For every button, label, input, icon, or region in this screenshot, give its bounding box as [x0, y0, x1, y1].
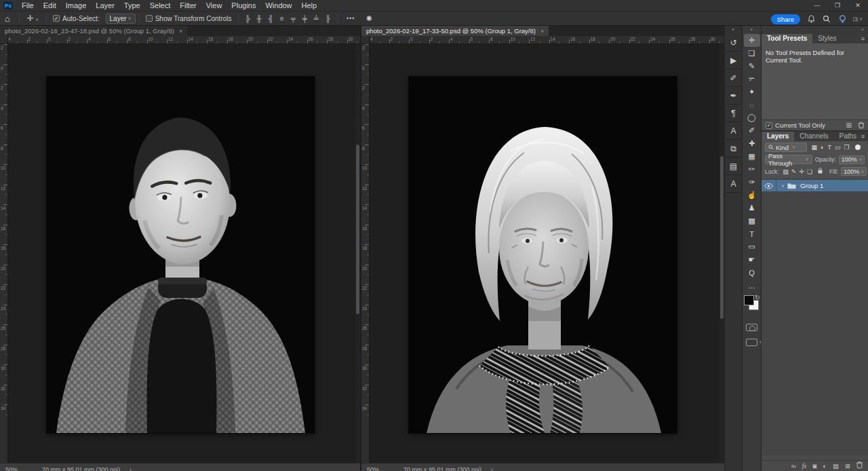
expand-toolbar-icon[interactable]: «: [743, 26, 761, 34]
quick-mask-mode-icon[interactable]: [746, 324, 757, 331]
ruler-origin-corner[interactable]: [361, 36, 370, 44]
filter-shape-layers-icon[interactable]: ▭: [833, 144, 842, 151]
panel-menu-icon[interactable]: ≡: [861, 132, 865, 141]
vertical-scrollbar[interactable]: [355, 44, 360, 463]
eyedropper-tool[interactable]: ✐: [744, 124, 760, 137]
selection-brush-tool[interactable]: ✎: [744, 60, 760, 73]
status-arrow-icon[interactable]: ›: [491, 466, 493, 471]
vertical-ruler[interactable]: 20246810121416182022242628303234: [361, 44, 370, 463]
lasso-tool[interactable]: ◌: [744, 98, 760, 111]
current-tool-only-checkbox[interactable]: ✓: [766, 122, 772, 129]
panel-menu-icon[interactable]: ≡: [861, 34, 865, 43]
document-tab-2[interactable]: photo_2026-02-19_17-33-50.psd @ 50% (Gro…: [361, 26, 549, 36]
tab-styles[interactable]: Styles: [812, 34, 842, 43]
layer-filtering-toggle[interactable]: [855, 145, 861, 150]
auto-select-target-dropdown[interactable]: Layer∨: [106, 14, 136, 24]
new-group-icon[interactable]: ▤: [833, 461, 839, 471]
menu-item[interactable]: Window: [260, 0, 296, 11]
document-canvas-woman[interactable]: [409, 77, 677, 433]
zoom-level-field[interactable]: 50%: [367, 466, 394, 471]
expand-dock-icon[interactable]: «: [725, 26, 742, 34]
menu-item[interactable]: Filter: [175, 0, 201, 11]
menu-item[interactable]: Layer: [91, 0, 119, 11]
filter-adjustment-layers-icon[interactable]: ◐: [819, 144, 826, 151]
filter-pixel-layers-icon[interactable]: ▦: [810, 144, 819, 151]
menu-item[interactable]: Help: [297, 0, 322, 11]
show-transform-controls-checkbox[interactable]: Show Transform Controls: [143, 15, 235, 22]
type-tool[interactable]: T: [744, 227, 760, 240]
layer-mask-icon[interactable]: ◙: [813, 461, 817, 471]
search-icon[interactable]: [822, 14, 831, 24]
layer-visibility-eye-icon[interactable]: [762, 180, 776, 191]
vertical-ruler[interactable]: 20246810121416182022242628303234: [0, 44, 8, 463]
canvas-area[interactable]: 4202468101214161820222426283032 20246810…: [361, 36, 724, 463]
align-distribute-icon[interactable]: ≡: [277, 15, 288, 22]
delete-tool-preset-icon[interactable]: [859, 121, 864, 130]
horizontal-ruler[interactable]: 4202468101214161820222426283032: [0, 36, 360, 44]
tab-channels[interactable]: Channels: [794, 132, 833, 141]
libraries-panel-icon[interactable]: ▤: [726, 157, 742, 175]
zoom-level-field[interactable]: 50%: [5, 466, 33, 471]
align-left-edges-icon[interactable]: ╠: [242, 15, 254, 22]
distribute-top-edges-icon[interactable]: ╤: [288, 15, 299, 22]
minimize-button[interactable]: —: [807, 0, 827, 11]
patch-tool[interactable]: ▦: [744, 150, 760, 163]
lock-image-pixels-icon[interactable]: ✎: [790, 168, 798, 175]
menu-item[interactable]: View: [201, 0, 227, 11]
distribute-bottom-edges-icon[interactable]: ╧: [311, 15, 322, 22]
workspace-gear-icon[interactable]: ✺: [360, 14, 377, 23]
tab-paths[interactable]: Paths: [834, 132, 863, 141]
mixer-brush-tool[interactable]: ✑: [744, 176, 760, 189]
notifications-bell-icon[interactable]: [806, 14, 816, 24]
menu-item[interactable]: Plugins: [226, 0, 260, 11]
expand-group-chevron-icon[interactable]: ›: [782, 183, 784, 189]
delete-layer-icon[interactable]: [856, 461, 863, 471]
rectangle-tool[interactable]: ▭: [744, 240, 760, 253]
menu-item[interactable]: Image: [61, 0, 92, 11]
lock-artboard-icon[interactable]: ❏: [806, 168, 814, 175]
character-panel-icon[interactable]: A: [726, 122, 742, 140]
canvas-area[interactable]: 4202468101214161820222426283032 20246810…: [0, 36, 360, 463]
opacity-value-field[interactable]: 100% ∨: [839, 155, 865, 164]
edit-toolbar[interactable]: …: [744, 279, 760, 292]
distribute-vertical-centers-icon[interactable]: ╪: [299, 15, 311, 22]
object-selection-tool[interactable]: ✦: [744, 86, 760, 98]
zoom-tool[interactable]: Q: [744, 266, 760, 279]
filter-smart-objects-icon[interactable]: ❐: [842, 144, 851, 151]
horizontal-ruler[interactable]: 4202468101214161820222426283032: [361, 36, 724, 44]
close-tab-icon[interactable]: ×: [540, 28, 544, 35]
restore-button[interactable]: ❐: [827, 0, 848, 11]
elliptical-marquee-tool[interactable]: ◯: [744, 111, 760, 124]
home-icon[interactable]: ⌂: [0, 14, 16, 24]
new-layer-icon[interactable]: ⊞: [845, 461, 850, 471]
lock-all-icon[interactable]: [816, 168, 824, 175]
spot-healing-brush-tool[interactable]: ✚: [744, 137, 760, 150]
collapse-panels-icon[interactable]: «: [762, 26, 868, 34]
paragraph-panel-icon[interactable]: ¶: [726, 105, 742, 122]
tab-tool-presets[interactable]: Tool Presets: [762, 34, 812, 43]
document-canvas-man[interactable]: [47, 77, 315, 433]
polygonal-lasso-tool[interactable]: ✃: [744, 73, 760, 86]
foreground-background-swatches[interactable]: [743, 295, 761, 313]
layer-row[interactable]: › Group 1: [762, 180, 868, 191]
scrollbar-thumb[interactable]: [356, 145, 359, 314]
screen-mode-icon[interactable]: [746, 339, 757, 346]
clone-stamp-tool[interactable]: ♟: [744, 202, 760, 214]
ruler-origin-corner[interactable]: [0, 36, 8, 44]
layer-name[interactable]: Group 1: [800, 182, 823, 189]
align-right-edges-icon[interactable]: ╣: [265, 15, 277, 22]
status-arrow-icon[interactable]: ›: [130, 466, 132, 471]
history-panel-icon[interactable]: ↺: [726, 34, 742, 52]
crop-tool[interactable]: ❑: [744, 47, 760, 60]
move-tool[interactable]: ✛: [744, 34, 760, 47]
smudge-tool[interactable]: ☝: [744, 189, 760, 202]
character-styles-panel-icon[interactable]: A: [726, 175, 742, 193]
lock-position-icon[interactable]: ✛: [797, 168, 806, 175]
brush-tool[interactable]: ✏: [744, 163, 760, 176]
brushes-panel-icon[interactable]: ✒: [726, 87, 742, 105]
menu-item[interactable]: Edit: [39, 0, 61, 11]
brush-settings-panel-icon[interactable]: ✐: [726, 69, 742, 87]
hand-tool[interactable]: ☛: [744, 253, 760, 266]
align-horizontal-centers-icon[interactable]: ╫: [254, 15, 265, 22]
gradient-tool[interactable]: ▩: [744, 214, 760, 227]
